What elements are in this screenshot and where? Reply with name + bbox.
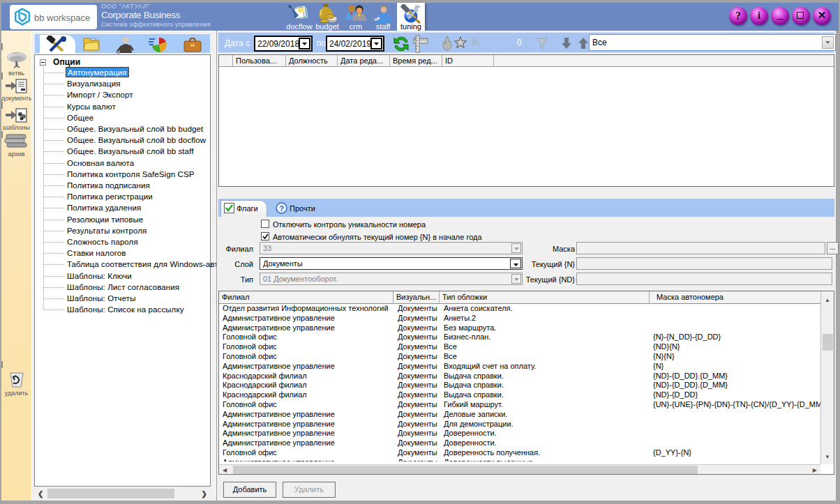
- svg-text:?: ?: [279, 204, 284, 213]
